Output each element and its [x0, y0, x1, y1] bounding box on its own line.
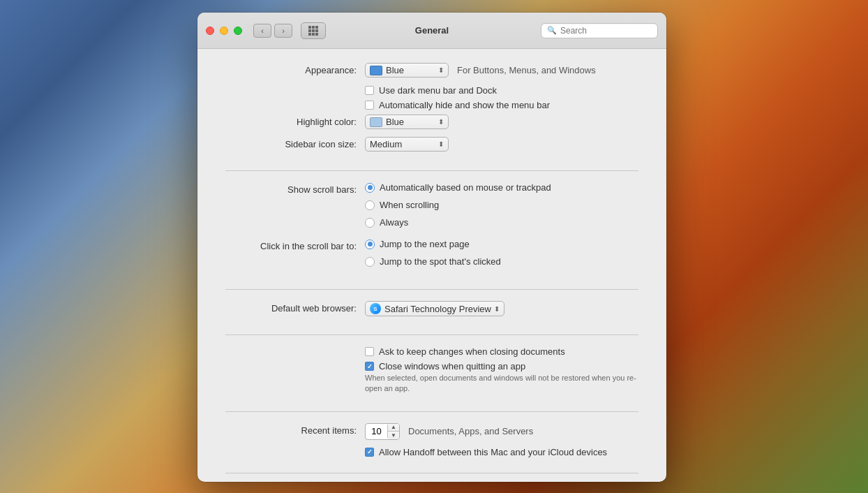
dark-menu-row: Use dark menu bar and Dock: [365, 85, 638, 96]
scroll-always-row: Always: [365, 217, 408, 228]
highlight-color-label: Highlight color:: [225, 115, 365, 130]
close-button[interactable]: [206, 27, 214, 35]
click-spot-row: Jump to the spot that's clicked: [365, 256, 501, 267]
documents-section: Ask to keep changes when closing documen…: [225, 346, 638, 412]
ask-keep-label: Ask to keep changes when closing documen…: [379, 346, 565, 357]
dark-menu-label: Use dark menu bar and Dock: [379, 85, 497, 96]
highlight-color-content: Blue ⬍: [365, 115, 638, 129]
show-scroll-bars-content: Automatically based on mouse or trackpad…: [365, 182, 638, 232]
close-windows-row: Close windows when quitting an app: [365, 361, 638, 371]
auto-hide-row: Automatically hide and show the menu bar: [365, 100, 638, 110]
auto-hide-checkbox[interactable]: [365, 101, 374, 110]
scroll-when-row: When scrolling: [365, 200, 439, 210]
recent-items-description: Documents, Apps, and Servers: [408, 426, 533, 436]
recent-items-value: 10: [366, 425, 388, 438]
browser-chevron-icon: ⬍: [494, 305, 500, 313]
click-scroll-row: Click in the scroll bar to: Jump to the …: [225, 239, 638, 271]
show-scroll-bars-label: Show scroll bars:: [225, 182, 365, 198]
titlebar: ‹ › General 🔍: [197, 13, 666, 49]
grid-icon: [308, 26, 318, 36]
stepper-up-button[interactable]: ▲: [388, 424, 399, 432]
default-browser-select[interactable]: S Safari Technology Preview ⬍: [365, 301, 504, 316]
appearance-label: Appearance:: [225, 63, 365, 78]
scroll-when-radio[interactable]: [365, 200, 375, 210]
back-icon: ‹: [261, 27, 264, 35]
click-spot-label: Jump to the spot that's clicked: [380, 256, 501, 267]
close-windows-label: Close windows when quitting an app: [379, 361, 525, 371]
nav-buttons: ‹ ›: [253, 24, 292, 38]
default-browser-label: Default web browser:: [225, 301, 365, 316]
recent-items-content: 10 ▲ ▼ Documents, Apps, and Servers: [365, 423, 638, 440]
ask-keep-row: Ask to keep changes when closing documen…: [365, 346, 638, 357]
stepper-buttons: ▲ ▼: [388, 424, 399, 439]
scroll-auto-row: Automatically based on mouse or trackpad: [365, 182, 551, 193]
sidebar-icon-select[interactable]: Medium ⬍: [365, 137, 449, 152]
sidebar-icon-value: Medium: [370, 139, 435, 149]
highlight-color-chevron-icon: ⬍: [438, 118, 444, 126]
recent-items-stepper[interactable]: 10 ▲ ▼: [365, 423, 400, 440]
scroll-when-label: When scrolling: [380, 200, 439, 210]
sidebar-icon-content: Medium ⬍: [365, 137, 638, 152]
close-windows-subtext: When selected, open documents and window…: [365, 373, 638, 395]
appearance-row: Appearance: Blue ⬍ For Buttons, Menus, a…: [225, 63, 638, 78]
search-box[interactable]: 🔍: [541, 23, 658, 38]
stepper-down-button[interactable]: ▼: [388, 432, 399, 439]
browser-section: Default web browser: S Safari Technology…: [225, 301, 638, 335]
sidebar-icon-label: Sidebar icon size:: [225, 137, 365, 152]
close-windows-checkbox[interactable]: [365, 362, 374, 371]
appearance-select-value: Blue: [386, 65, 435, 75]
click-next-radio[interactable]: [365, 240, 375, 249]
click-next-label: Jump to the next page: [380, 239, 470, 249]
appearance-chevron-icon: ⬍: [438, 66, 444, 74]
recent-items-section: Recent items: 10 ▲ ▼ Documents, Apps, an…: [225, 423, 638, 473]
handoff-row: Allow Handoff between this Mac and your …: [365, 447, 638, 457]
grid-view-button[interactable]: [301, 22, 326, 39]
appearance-select[interactable]: Blue ⬍: [365, 63, 449, 78]
sidebar-icon-chevron-icon: ⬍: [438, 140, 444, 148]
settings-window: ‹ › General 🔍 Appearance:: [197, 13, 666, 482]
maximize-button[interactable]: [234, 27, 242, 35]
recent-items-row: Recent items: 10 ▲ ▼ Documents, Apps, an…: [225, 423, 638, 440]
search-icon: 🔍: [547, 26, 557, 35]
appearance-content: Blue ⬍ For Buttons, Menus, and Windows: [365, 63, 638, 78]
forward-icon: ›: [282, 27, 285, 35]
show-scroll-bars-row: Show scroll bars: Automatically based on…: [225, 182, 638, 232]
scroll-always-radio[interactable]: [365, 218, 375, 228]
sidebar-icon-row: Sidebar icon size: Medium ⬍: [225, 137, 638, 152]
auto-hide-label: Automatically hide and show the menu bar: [379, 100, 550, 110]
highlight-color-select[interactable]: Blue ⬍: [365, 115, 449, 129]
dark-menu-checkbox[interactable]: [365, 86, 374, 95]
traffic-lights: [206, 27, 242, 35]
forward-button[interactable]: ›: [274, 24, 292, 38]
ask-keep-checkbox[interactable]: [365, 347, 374, 356]
default-browser-row: Default web browser: S Safari Technology…: [225, 301, 638, 316]
highlight-color-row: Highlight color: Blue ⬍: [225, 115, 638, 130]
highlight-color-value: Blue: [386, 117, 435, 127]
click-spot-radio[interactable]: [365, 257, 375, 267]
handoff-checkbox[interactable]: [365, 448, 374, 457]
scroll-auto-radio[interactable]: [365, 183, 375, 193]
highlight-color-swatch: [370, 117, 382, 127]
appearance-color-swatch: [370, 66, 382, 75]
click-scroll-label: Click in the scroll bar to:: [225, 239, 365, 254]
minimize-button[interactable]: [220, 27, 228, 35]
appearance-description: For Buttons, Menus, and Windows: [457, 65, 596, 75]
click-next-row: Jump to the next page: [365, 239, 470, 249]
safari-icon: S: [370, 303, 381, 314]
search-input[interactable]: [560, 26, 652, 36]
scroll-bars-section: Show scroll bars: Automatically based on…: [225, 182, 638, 290]
handoff-label: Allow Handoff between this Mac and your …: [379, 447, 607, 457]
recent-items-label: Recent items:: [225, 423, 365, 439]
scroll-always-label: Always: [380, 217, 408, 228]
default-browser-value: Safari Technology Preview: [384, 304, 491, 314]
window-title: General: [415, 25, 449, 36]
default-browser-content: S Safari Technology Preview ⬍: [365, 301, 638, 316]
back-button[interactable]: ‹: [253, 24, 271, 38]
click-scroll-content: Jump to the next page Jump to the spot t…: [365, 239, 638, 271]
appearance-section: Appearance: Blue ⬍ For Buttons, Menus, a…: [225, 63, 638, 171]
settings-content: Appearance: Blue ⬍ For Buttons, Menus, a…: [197, 49, 666, 482]
scroll-auto-label: Automatically based on mouse or trackpad: [380, 182, 551, 193]
